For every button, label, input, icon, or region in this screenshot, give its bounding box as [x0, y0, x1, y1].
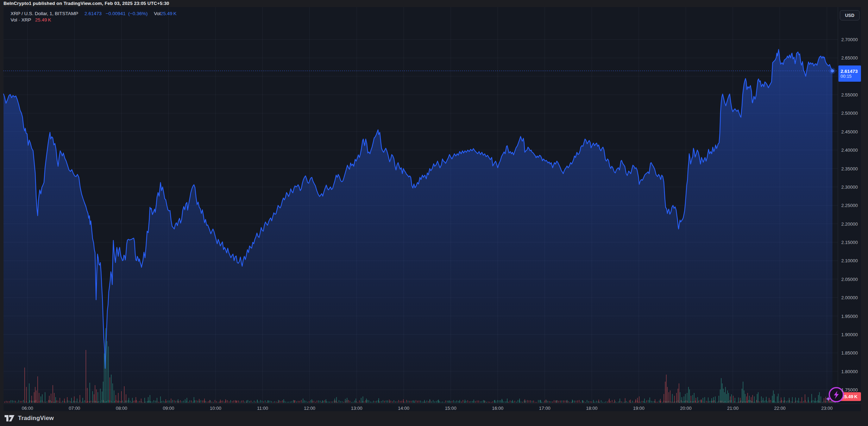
volume-bar-spike	[815, 398, 816, 403]
volume-bar	[617, 402, 617, 403]
volume-bar	[395, 401, 396, 403]
volume-bar	[551, 401, 551, 403]
volume-bar	[383, 400, 383, 403]
volume-bar	[603, 402, 603, 403]
volume-bar	[138, 401, 138, 403]
volume-bar	[387, 400, 388, 403]
time-tick-label: 14:00	[398, 406, 410, 411]
volume-bar	[172, 400, 173, 403]
volume-bar	[285, 401, 286, 403]
volume-bar	[147, 401, 148, 403]
volume-bar-spike	[774, 394, 775, 403]
volume-bar	[478, 401, 479, 403]
time-tick-label: 11:00	[257, 406, 268, 411]
tradingview-logo-text: TradingView	[18, 415, 54, 422]
tradingview-logo-link[interactable]: TradingView	[4, 415, 54, 422]
volume-bar	[402, 401, 402, 403]
volume-bar	[23, 400, 24, 403]
volume-bar	[373, 401, 374, 403]
volume-bar-spike	[67, 397, 68, 403]
volume-bar-spike	[334, 399, 335, 403]
volume-bar-spike	[24, 368, 25, 403]
volume-bar-spike	[199, 399, 200, 403]
volume-bar-spike	[639, 396, 640, 403]
volume-bar	[143, 402, 143, 403]
volume-bar	[119, 401, 120, 403]
volume-bar	[458, 401, 459, 403]
volume-bar	[588, 401, 589, 403]
volume-bar-spike	[619, 399, 620, 403]
volume-bar-spike	[766, 397, 767, 403]
volume-bar-spike	[225, 399, 226, 403]
volume-bar	[450, 401, 451, 403]
volume-bar-spike	[438, 400, 439, 403]
volume-bar	[656, 402, 656, 403]
price-chart-canvas[interactable]	[0, 0, 868, 426]
volume-bar	[279, 400, 280, 403]
volume-bar	[379, 401, 380, 403]
volume-bar-spike	[745, 394, 746, 403]
volume-bar	[568, 401, 568, 403]
volume-bar-spike	[758, 392, 759, 403]
volume-bar	[692, 401, 693, 403]
volume-bar-spike	[609, 399, 610, 403]
volume-bar	[205, 401, 206, 403]
volume-bar	[485, 401, 485, 403]
price-tick-label: 1.90000	[841, 332, 858, 337]
volume-bar	[477, 401, 478, 403]
volume-bar-spike	[495, 400, 495, 403]
last-price-badge: 2.61473 00:15	[838, 65, 861, 82]
volume-bar-spike	[711, 398, 712, 403]
volume-bar	[535, 402, 536, 403]
volume-bar	[549, 401, 550, 403]
price-tick-label: 2.45000	[841, 129, 858, 134]
price-tick-label: 1.75000	[841, 387, 858, 393]
volume-bar	[12, 400, 13, 403]
volume-bar-spike	[691, 396, 691, 403]
volume-bar-spike	[98, 392, 98, 403]
volume-bar	[499, 400, 499, 403]
volume-bar	[325, 400, 325, 403]
volume-bar	[17, 402, 18, 403]
volume-bar	[420, 401, 421, 403]
volume-bar-spike	[556, 400, 557, 403]
volume-bar	[133, 401, 134, 403]
volume-bar	[716, 402, 716, 403]
volume-bar	[364, 401, 365, 403]
volume-bar	[681, 400, 682, 403]
volume-bar	[9, 401, 10, 403]
volume-bar	[150, 401, 151, 403]
volume-bar-spike	[51, 394, 51, 403]
volume-bar	[695, 401, 696, 403]
volume-bar-spike	[507, 399, 508, 403]
volume-bar-spike	[676, 393, 677, 403]
volume-bar	[301, 400, 302, 403]
volume-bar-spike	[94, 394, 94, 403]
volume-bar-spike	[31, 396, 32, 403]
volume-bar-spike	[115, 395, 116, 403]
volume-bar-spike	[109, 377, 110, 403]
volume-bar-spike	[34, 392, 34, 403]
volume-bar	[806, 402, 807, 403]
volume-bar	[33, 401, 33, 403]
volume-bar	[560, 401, 561, 403]
volume-bar	[259, 401, 259, 403]
volume-bar	[472, 401, 473, 403]
volume-bar-spike	[96, 389, 97, 403]
volume-bar	[310, 400, 311, 403]
time-tick-label: 12:00	[304, 406, 315, 411]
volume-bar-spike	[54, 393, 55, 403]
volume-bar	[579, 400, 580, 403]
volume-bar	[230, 400, 231, 403]
volume-bar	[262, 401, 263, 403]
volume-bar	[513, 402, 514, 403]
volume-bar	[697, 402, 697, 403]
volume-bar	[270, 401, 270, 403]
price-tick-label: 2.55000	[841, 92, 858, 98]
volume-bar	[158, 402, 159, 403]
currency-toggle-button[interactable]: USD	[840, 10, 860, 20]
price-tick-label: 2.05000	[841, 276, 858, 282]
volume-bar-spike	[49, 396, 50, 403]
volume-bar	[372, 402, 372, 403]
volume-bar	[471, 401, 471, 403]
